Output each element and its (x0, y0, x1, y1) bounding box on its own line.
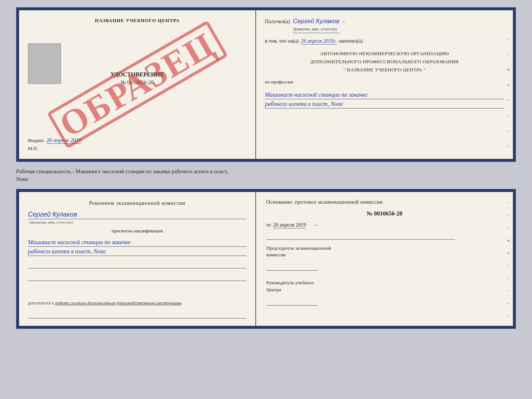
top-doc-right: Получил(а) Сергей Кулаков (фамилия, имя,… (256, 10, 513, 159)
dash: – (342, 19, 345, 25)
prisvoena-label: присвоена квалификация (28, 228, 247, 234)
protokol-date: от 26 апреля 2019 – (266, 222, 503, 228)
vtom-label: в том, что он(а) (265, 38, 299, 44)
fio-block-bottom: Сергей Кулаков (фамилия, имя, отчество) (28, 211, 247, 224)
underline-1 (28, 262, 247, 268)
vtom-date: 26 апреля 2019г. (301, 38, 337, 44)
qualification-block: Машинист насосной станции по закачке раб… (28, 238, 247, 256)
qualification-line1: Машинист насосной станции по закачке (28, 239, 247, 247)
underline-3 (28, 312, 247, 318)
photo-placeholder (28, 43, 61, 84)
org-line2: ДОПОЛНИТЕЛЬНОГО ПРОФЕССИОНАЛЬНОГО ОБРАЗО… (265, 58, 504, 66)
fio-value: Сергей Кулаков (фамилия, имя, отчество) (293, 18, 339, 33)
osnovanie-title: Основание: протокол экзаменационной коми… (266, 199, 503, 205)
poluchil-label: Получил(а) (265, 19, 290, 25)
resheniem-title: Решением экзаменационной комиссии (28, 199, 247, 207)
udostoverenie-label: УДОСТОВЕРЕНИЕ (111, 71, 164, 78)
vydano-date: 26 апреля 2019 (47, 137, 82, 144)
profession-block: Машинист насосной станции по закачке раб… (265, 90, 504, 108)
rukovoditel-signature-line (266, 298, 318, 306)
mp-label: М.П. (28, 146, 247, 152)
top-doc-left: НАЗВАНИЕ УЧЕБНОГО ЦЕНТРА ОБРАЗЕЦ УДОСТОВ… (19, 10, 256, 159)
qualification-line2: рабочего агента в пласт, None (28, 248, 247, 256)
right-margin-marks-bottom: – – – и а ← – – – – (504, 192, 513, 326)
nomer-label: № 0010656-20 (121, 79, 154, 86)
bottom-fio-hint: (фамилия, имя, отчество) (29, 220, 247, 224)
underline-right-1 (266, 234, 455, 240)
bottom-doc-right: Основание: протокол экзаменационной коми… (256, 192, 513, 326)
protokol-nomer: № 0010656-20 (266, 210, 503, 217)
dopuskaetsya-label: допускается к (28, 300, 54, 306)
profession-line1: Машинист насосной станции по закачке (265, 92, 504, 99)
po-professii-label: по профессии (265, 79, 504, 85)
ot-date: 26 апреля 2019 (273, 222, 306, 228)
org-line1: АВТОНОМНУЮ НЕКОММЕРЧЕСКУЮ ОРГАНИЗАЦИЮ (265, 50, 504, 58)
org-block: АВТОНОМНУЮ НЕКОММЕРЧЕСКУЮ ОРГАНИЗАЦИЮ ДО… (265, 50, 504, 74)
org-line3: " НАЗВАНИЕ УЧЕБНОГО ЦЕНТРА " (265, 66, 504, 74)
poluchil-line: Получил(а) Сергей Кулаков (фамилия, имя,… (265, 18, 504, 33)
vydano-label: Выдано (28, 138, 44, 143)
dopuskaetsya-italic: работе согласно должностным (производств… (55, 300, 181, 306)
bottom-fio-value: Сергей Кулаков (28, 211, 247, 219)
ot-label: от (266, 222, 271, 228)
top-center-title: НАЗВАНИЕ УЧЕБНОГО ЦЕНТРА (28, 18, 247, 24)
rukovoditel-label: Руководитель учебного Центра (266, 279, 503, 293)
bottom-document: Решением экзаменационной комиссии Сергей… (16, 189, 516, 329)
underline-2 (28, 274, 247, 281)
middle-text: Рабочая специальность - Машинист насосно… (16, 166, 516, 185)
predsedatel-label: Председатель экзаменационной комиссии (266, 245, 503, 258)
middle-line1: Рабочая специальность - Машинист насосно… (16, 168, 516, 175)
dopuskaetsya-line: допускается к работе согласно должностны… (28, 300, 247, 306)
okonchil-label: окончил(а) (339, 38, 363, 44)
top-document: НАЗВАНИЕ УЧЕБНОГО ЦЕНТРА ОБРАЗЕЦ УДОСТОВ… (16, 7, 516, 162)
predsedatel-signature-line (266, 263, 318, 271)
vydano-line: Выдано 26 апреля 2019 (28, 133, 247, 143)
right-margin-marks: – – – и а ← – – – (504, 10, 513, 159)
vtom-line: в том, что он(а) 26 апреля 2019г. окончи… (265, 38, 504, 44)
bottom-doc-left: Решением экзаменационной комиссии Сергей… (19, 192, 256, 326)
middle-line2: None (16, 175, 516, 183)
profession-line2: рабочего агента в пласт, None (265, 101, 504, 108)
